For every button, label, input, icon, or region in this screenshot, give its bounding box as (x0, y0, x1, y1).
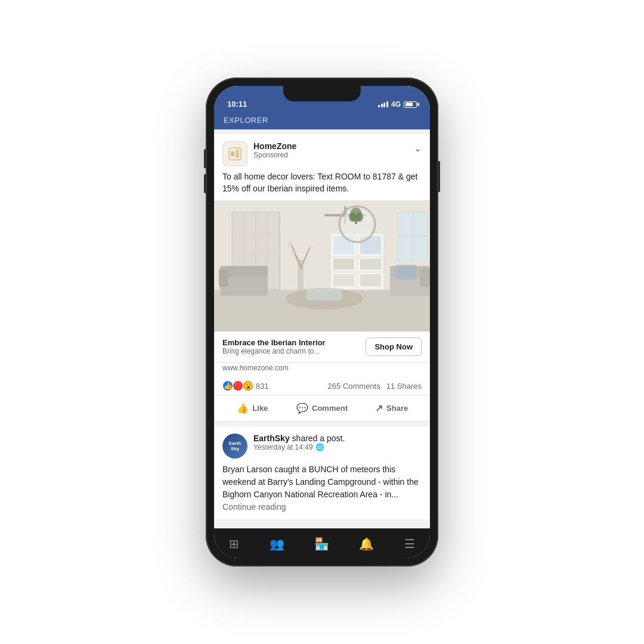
post-author-name: EarthSky shared a post. (253, 434, 345, 443)
ad-url: www.homezone.com (214, 363, 430, 377)
continue-reading-link[interactable]: Continue reading (222, 502, 286, 512)
ad-cta-desc: Bring elegance and charm to... (222, 347, 360, 355)
share-button[interactable]: ↗ Share (357, 398, 426, 419)
svg-rect-24 (360, 259, 381, 270)
like-reaction-icon: 👍 (222, 380, 233, 391)
comment-label: Comment (312, 404, 348, 413)
ad-product-image (214, 200, 430, 332)
action-buttons-row: 👍 Like 💬 Comment ↗ Share (214, 395, 430, 422)
status-icons: 4G (378, 100, 417, 109)
svg-point-39 (292, 251, 295, 255)
friends-icon: 👥 (270, 537, 284, 551)
comment-icon: 💬 (296, 402, 308, 414)
signal-icon (378, 101, 388, 107)
advertiser-name[interactable]: HomeZone (253, 141, 296, 151)
post-body-text: Bryan Larson caught a BUNCH of meteors t… (214, 463, 430, 519)
svg-point-37 (288, 242, 293, 246)
ad-cta-row: Embrace the Iberian Interior Bring elega… (214, 332, 430, 363)
phone-mockup: 10:11 4G EXPLORER (206, 78, 438, 566)
feed-scroll-area[interactable]: HomeZone Sponsored ⌄ To all home decor l… (214, 129, 430, 528)
like-label: Like (252, 404, 268, 413)
engagement-stats: 265 Comments 11 Shares (328, 382, 422, 391)
nav-notifications[interactable]: 🔔 (349, 532, 383, 556)
ad-body-text: To all home decor lovers: Text ROOM to 8… (214, 171, 430, 200)
advertiser-info: HomeZone Sponsored (253, 141, 296, 159)
ad-cta-title: Embrace the Iberian Interior (222, 338, 360, 347)
svg-rect-45 (420, 269, 430, 287)
advertiser-avatar (222, 141, 247, 166)
globe-icon: 🌐 (315, 443, 324, 451)
marketplace-icon: 🏪 (314, 537, 329, 551)
nav-menu[interactable]: ☰ (395, 532, 425, 556)
volume-down-button (204, 174, 206, 193)
second-post-card: EarthSky EarthSky shared a post. Yesterd… (214, 426, 430, 519)
post-timestamp: Yesterday at 14:49 🌐 (253, 443, 345, 451)
svg-rect-25 (333, 274, 354, 286)
svg-rect-23 (333, 259, 354, 270)
bottom-navigation: ⊞ 👥 🏪 🔔 ☰ (214, 528, 430, 558)
post-action: shared a post. (292, 434, 345, 443)
nav-friends[interactable]: 👥 (260, 532, 294, 556)
network-label: 4G (391, 100, 401, 109)
svg-point-32 (356, 212, 363, 222)
svg-rect-26 (360, 274, 381, 286)
svg-rect-22 (360, 236, 381, 254)
shop-now-button[interactable]: Shop Now (366, 338, 422, 356)
nav-home[interactable]: ⊞ (219, 532, 249, 556)
home-icon: ⊞ (229, 537, 239, 551)
wow-reaction-icon: 😮 (243, 380, 253, 391)
svg-rect-48 (306, 289, 342, 301)
post-header: EarthSky EarthSky shared a post. Yesterd… (214, 426, 430, 463)
reaction-icons: 👍 ❤️ 😮 (222, 380, 253, 391)
ad-card: HomeZone Sponsored ⌄ To all home decor l… (214, 134, 430, 422)
svg-point-38 (309, 245, 312, 249)
menu-icon: ☰ (404, 537, 415, 551)
svg-rect-1 (231, 151, 234, 156)
svg-rect-2 (236, 150, 239, 158)
svg-point-31 (349, 212, 356, 222)
volume-up-button (204, 149, 206, 168)
comments-count: 265 Comments (328, 382, 380, 391)
reactions-row: 👍 ❤️ 😮 831 265 Comments 11 Shares (214, 377, 430, 395)
post-author-info: EarthSky shared a post. Yesterday at 14:… (253, 434, 345, 451)
like-icon: 👍 (237, 402, 249, 414)
chevron-down-icon[interactable]: ⌄ (414, 143, 422, 154)
explorer-label: EXPLORER (224, 116, 268, 125)
power-button (438, 161, 440, 192)
ad-cta-text: Embrace the Iberian Interior Bring elega… (222, 338, 360, 355)
phone-screen: 10:11 4G EXPLORER (214, 86, 430, 558)
nav-marketplace[interactable]: 🏪 (305, 532, 339, 556)
reaction-summary: 👍 ❤️ 😮 831 (222, 380, 269, 391)
svg-rect-46 (396, 265, 417, 280)
share-icon: ↗ (375, 402, 383, 414)
comment-button[interactable]: 💬 Comment (287, 398, 357, 419)
shares-count: 11 Shares (386, 382, 422, 391)
notch (283, 86, 361, 101)
status-time: 10:11 (227, 100, 247, 109)
bell-icon: 🔔 (359, 537, 374, 551)
love-reaction-icon: ❤️ (233, 380, 243, 391)
reaction-count: 831 (256, 382, 269, 391)
post-author-avatar: EarthSky (222, 434, 247, 459)
share-label: Share (386, 404, 408, 413)
ad-header: HomeZone Sponsored ⌄ (214, 134, 430, 171)
like-button[interactable]: 👍 Like (218, 398, 287, 419)
svg-rect-21 (333, 236, 354, 254)
battery-icon (404, 101, 417, 108)
fb-explorer-header: EXPLORER (214, 112, 430, 129)
svg-rect-42 (219, 269, 228, 287)
sponsored-label: Sponsored (253, 151, 296, 159)
